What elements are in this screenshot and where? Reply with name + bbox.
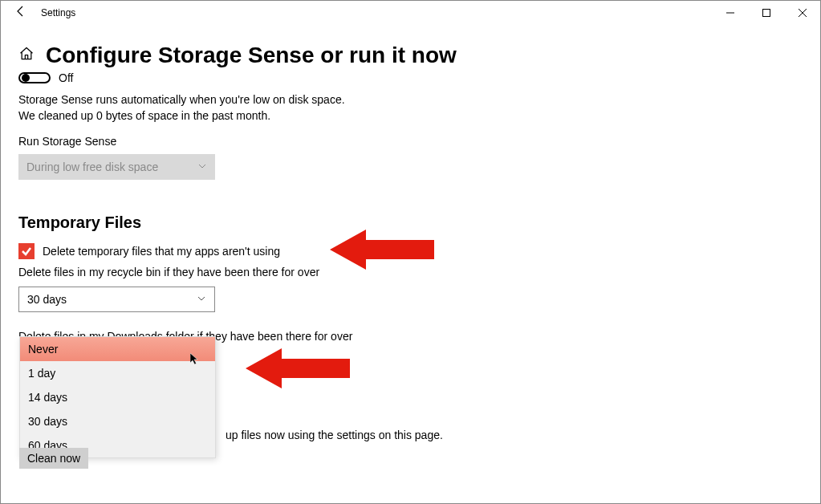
- svg-rect-1: [762, 10, 770, 17]
- storage-sense-toggle[interactable]: [18, 72, 51, 83]
- recycle-select-value: 30 days: [27, 293, 67, 306]
- toggle-state-label: Off: [59, 71, 73, 84]
- dropdown-option-14days[interactable]: 14 days: [20, 385, 215, 409]
- window-title: Settings: [41, 7, 75, 18]
- back-button[interactable]: [1, 5, 41, 21]
- dropdown-option-1day[interactable]: 1 day: [20, 361, 215, 385]
- maximize-button[interactable]: [748, 1, 784, 25]
- cursor-icon: [190, 353, 200, 369]
- annotation-arrow-2: [246, 344, 350, 396]
- dropdown-option-never[interactable]: Never: [20, 337, 215, 361]
- chevron-down-icon: [197, 293, 206, 306]
- free-up-space-text-partial: up files now using the settings on this …: [226, 429, 443, 441]
- description-text: Storage Sense runs automatically when yo…: [18, 92, 803, 124]
- minimize-button[interactable]: [712, 1, 748, 25]
- titlebar: Settings: [1, 1, 820, 25]
- home-icon[interactable]: [18, 46, 35, 65]
- delete-temp-files-checkbox[interactable]: [18, 243, 35, 259]
- clean-now-button[interactable]: Clean now: [19, 448, 88, 469]
- checkbox-label: Delete temporary files that my apps aren…: [43, 245, 280, 258]
- recycle-bin-select[interactable]: 30 days: [18, 287, 215, 312]
- run-select-value: During low free disk space: [26, 161, 158, 173]
- close-button[interactable]: [784, 1, 820, 25]
- page-heading: Configure Storage Sense or run it now: [46, 43, 457, 68]
- dropdown-option-30days[interactable]: 30 days: [20, 409, 215, 433]
- window-buttons: [712, 1, 820, 25]
- downloads-select-dropdown: Never 1 day 14 days 30 days 60 days: [19, 336, 216, 458]
- annotation-arrow-1: [330, 226, 434, 277]
- svg-marker-5: [246, 348, 350, 388]
- run-storage-sense-label: Run Storage Sense: [18, 135, 803, 148]
- run-storage-sense-select[interactable]: During low free disk space: [18, 154, 215, 180]
- svg-marker-4: [330, 230, 434, 270]
- chevron-down-icon: [197, 161, 207, 173]
